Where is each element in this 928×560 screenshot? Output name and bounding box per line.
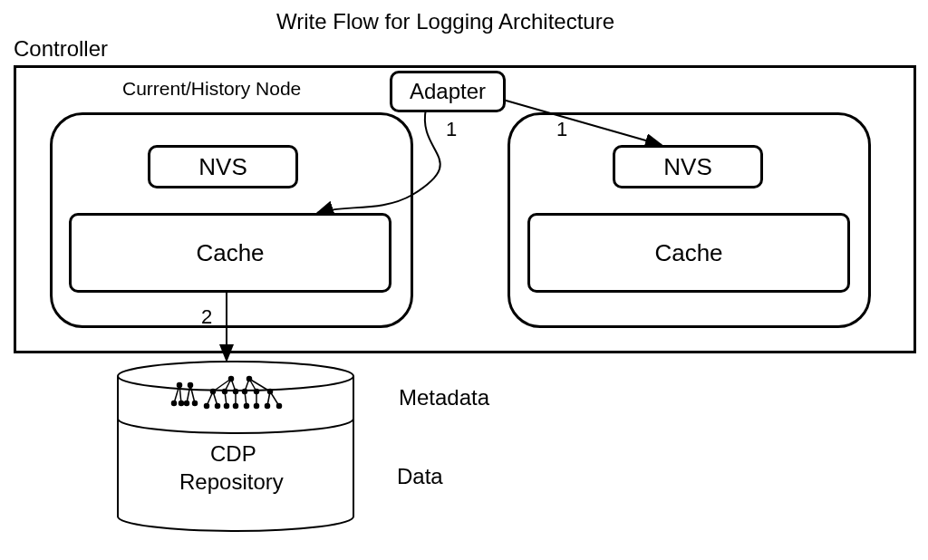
adapter-box: Adapter xyxy=(390,71,506,112)
